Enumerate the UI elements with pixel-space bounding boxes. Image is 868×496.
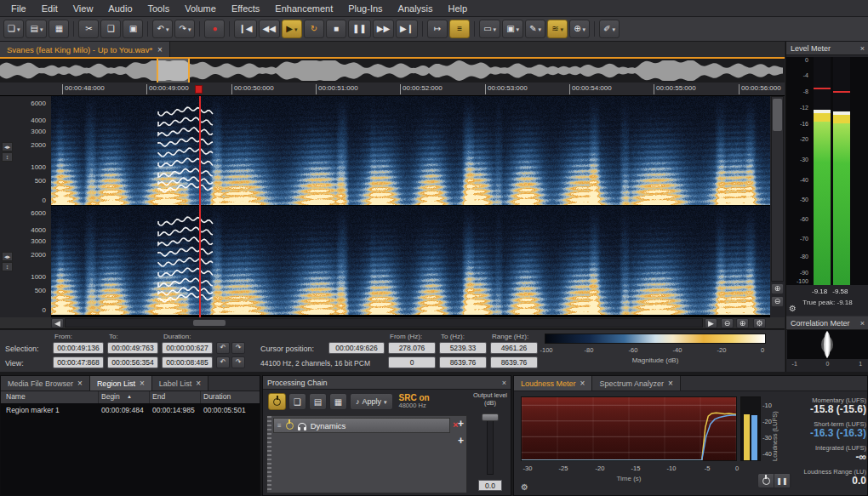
selection-from-hz-field[interactable]: 278.076 — [388, 342, 436, 354]
menu-view[interactable]: View — [66, 2, 101, 15]
menu-volume[interactable]: Volume — [177, 2, 224, 15]
retouch-tool-button[interactable]: ✐▾ — [599, 20, 620, 38]
channel-zoom-widget[interactable]: ↕ — [2, 152, 13, 162]
horizontal-scrollbar-thumb[interactable] — [193, 320, 226, 326]
close-icon[interactable]: × — [140, 379, 145, 388]
output-level-value[interactable]: 0.0 — [478, 480, 502, 491]
close-icon[interactable]: × — [860, 319, 865, 328]
close-icon[interactable]: × — [580, 379, 585, 388]
vertical-scrollbar-thumb[interactable] — [773, 99, 782, 131]
region-tool-button[interactable]: ▣▾ — [502, 20, 523, 38]
cut-button[interactable]: ✂ — [78, 20, 99, 38]
menu-edit[interactable]: Edit — [34, 2, 66, 15]
chain-save-button[interactable]: ▦ — [329, 393, 347, 410]
close-icon[interactable]: × — [157, 45, 163, 54]
view-undo-button[interactable]: ↶ — [216, 356, 230, 368]
selection-to-field[interactable]: 00:00:49:763 — [107, 342, 158, 354]
stop-button[interactable]: ■ — [326, 20, 346, 38]
selection-redo-button[interactable]: ↷ — [231, 342, 245, 354]
selection-from-field[interactable]: 00:00:49:136 — [53, 342, 104, 354]
new-file-button[interactable]: ❏▾ — [3, 20, 24, 38]
menu-plugins[interactable]: Plug-Ins — [340, 2, 390, 15]
column-duration[interactable]: Duration — [203, 392, 231, 401]
zoom-out-button[interactable]: ⊖ — [771, 296, 784, 307]
save-button[interactable]: ▦ — [49, 20, 69, 38]
table-row[interactable]: Region marker 1 00:00:09:484 00:00:14:98… — [1, 405, 260, 416]
view-range-hz-field[interactable]: 8639.76 — [490, 356, 538, 368]
menu-enhancement[interactable]: Enhancement — [267, 2, 340, 15]
undo-button[interactable]: ↶▾ — [152, 20, 173, 38]
close-icon[interactable]: × — [502, 379, 506, 387]
column-end[interactable]: End — [152, 392, 165, 401]
redo-button[interactable]: ↷▾ — [174, 20, 195, 38]
level-meter-settings-icon[interactable]: ⚙ — [789, 304, 797, 313]
cursor-position-field[interactable]: 00:00:49:626 — [328, 342, 385, 354]
overview-marker[interactable] — [188, 59, 190, 83]
paste-button[interactable]: ▣ — [123, 20, 143, 38]
horizontal-scrollbar-track[interactable] — [65, 318, 703, 328]
power-icon[interactable] — [286, 422, 294, 430]
copy-button[interactable]: ❑ — [100, 20, 121, 38]
pause-button[interactable]: ❚❚ — [348, 20, 371, 38]
tab-media-file-browser[interactable]: Media File Browser × — [1, 376, 90, 391]
menu-tools[interactable]: Tools — [140, 2, 178, 15]
menu-help[interactable]: Help — [441, 2, 476, 15]
channel-zoom-widget[interactable]: ↕ — [2, 262, 13, 271]
add-effect-button[interactable]: + — [458, 418, 464, 430]
loop-playback-button[interactable]: ↻ — [304, 20, 324, 38]
selection-tool-button[interactable]: ▭▾ — [479, 20, 500, 38]
timeline-ruler[interactable]: 00:00:48:000 00:00:49:000 00:00:50:000 0… — [0, 83, 785, 96]
open-file-button[interactable]: ▤▾ — [26, 20, 47, 38]
channel-pan-widget[interactable]: ◂▸ — [2, 142, 13, 151]
scroll-left-button[interactable]: ◀ — [51, 318, 64, 328]
view-from-field[interactable]: 00:00:47:868 — [53, 356, 104, 368]
vertical-scrollbar[interactable] — [771, 96, 784, 282]
menu-analysis[interactable]: Analysis — [391, 2, 441, 15]
playhead-handle[interactable] — [195, 85, 203, 94]
channel-pan-widget[interactable]: ◂▸ — [2, 252, 13, 261]
add-effect-button[interactable]: + — [458, 435, 464, 447]
draw-tool-button[interactable]: ✎▾ — [525, 20, 545, 38]
menu-file[interactable]: File — [3, 2, 34, 15]
close-icon[interactable]: × — [860, 44, 865, 53]
close-icon[interactable]: × — [668, 379, 673, 388]
zoom-in-button[interactable]: ⊕ — [736, 318, 749, 328]
loudness-settings-icon[interactable]: ⚙ — [521, 482, 528, 492]
spectrogram-view-button[interactable]: ≡ — [449, 20, 470, 38]
close-icon[interactable]: × — [196, 379, 201, 388]
apply-button[interactable]: ♪ Apply ▾ — [350, 393, 393, 410]
follow-playback-button[interactable]: ↦ — [427, 20, 448, 38]
overview-marker[interactable] — [157, 59, 158, 83]
zoom-tool-button[interactable]: ⊕▾ — [569, 20, 590, 38]
chain-power-button[interactable] — [268, 393, 286, 410]
tab-spectrum-analyzer[interactable]: Spectrum Analyzer × — [592, 376, 680, 391]
go-to-end-button[interactable]: ▶❙ — [396, 20, 418, 38]
selection-undo-button[interactable]: ↶ — [216, 342, 230, 354]
view-to-field[interactable]: 00:00:56:354 — [107, 356, 158, 368]
chain-copy-button[interactable]: ❑ — [288, 393, 306, 410]
headphones-icon[interactable] — [298, 423, 306, 429]
record-button[interactable]: ● — [204, 20, 225, 38]
menu-audio[interactable]: Audio — [100, 2, 140, 15]
selection-range-hz-field[interactable]: 4961.26 — [490, 342, 538, 354]
view-from-hz-field[interactable]: 0 — [388, 356, 436, 368]
zoom-out-button[interactable]: ⊖ — [721, 318, 734, 328]
drag-handle-icon[interactable]: ≡ — [277, 422, 282, 430]
fast-forward-button[interactable]: ▶▶ — [373, 20, 394, 38]
tab-label-list[interactable]: Label List × — [152, 376, 208, 391]
column-begin[interactable]: Begin — [101, 392, 120, 401]
close-icon[interactable]: × — [77, 379, 83, 388]
view-settings-button[interactable]: ⚙ — [753, 318, 766, 328]
output-level-slider-track[interactable] — [487, 415, 494, 475]
harmonics-tool-button[interactable]: ≋▾ — [547, 20, 568, 38]
document-tab[interactable]: Svanes (feat King Milo) - Up to You.wav*… — [0, 42, 170, 57]
tab-loudness-meter[interactable]: Loudness Meter × — [514, 376, 592, 391]
view-duration-field[interactable]: 00:00:08:485 — [162, 356, 213, 368]
play-button[interactable]: ▶▾ — [282, 20, 302, 38]
scroll-right-button[interactable]: ▶ — [705, 318, 717, 328]
column-name[interactable]: Name — [6, 392, 26, 401]
go-to-start-button[interactable]: ❙◀ — [234, 20, 256, 38]
loudness-reset-button[interactable] — [758, 474, 774, 487]
selection-duration-field[interactable]: 00:00:00:627 — [162, 342, 213, 354]
view-to-hz-field[interactable]: 8639.76 — [439, 356, 487, 368]
